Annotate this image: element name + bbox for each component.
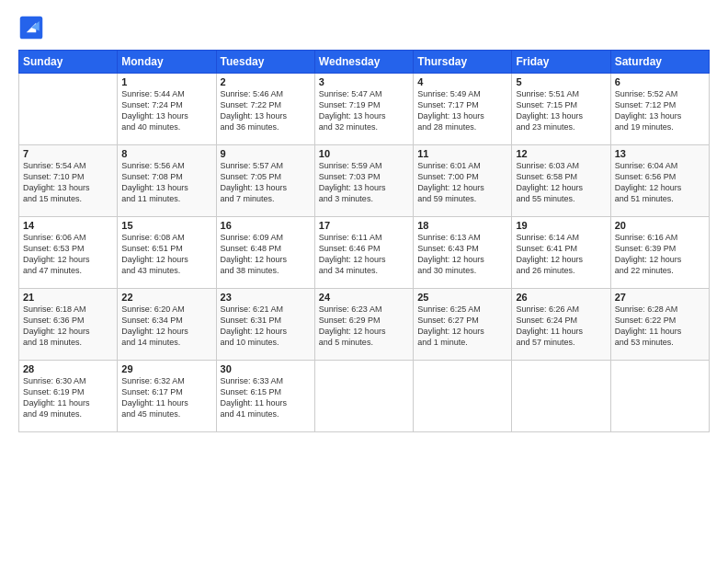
day-number: 2 [221, 76, 311, 87]
calendar-cell: 11Sunrise: 6:01 AM Sunset: 7:00 PM Dayli… [414, 145, 512, 217]
logo [18, 15, 48, 40]
day-number: 9 [221, 148, 311, 159]
calendar-cell: 21Sunrise: 6:18 AM Sunset: 6:36 PM Dayli… [19, 289, 118, 361]
day-info: Sunrise: 5:44 AM Sunset: 7:24 PM Dayligh… [121, 88, 211, 133]
day-number: 13 [615, 148, 705, 159]
day-info: Sunrise: 5:54 AM Sunset: 7:10 PM Dayligh… [23, 160, 113, 205]
weekday-row: SundayMondayTuesdayWednesdayThursdayFrid… [19, 51, 710, 74]
day-number: 20 [615, 220, 705, 231]
day-number: 24 [319, 292, 409, 303]
calendar-cell: 20Sunrise: 6:16 AM Sunset: 6:39 PM Dayli… [610, 217, 709, 289]
day-number: 19 [516, 220, 606, 231]
calendar-week-2: 7Sunrise: 5:54 AM Sunset: 7:10 PM Daylig… [19, 145, 710, 217]
day-info: Sunrise: 6:28 AM Sunset: 6:22 PM Dayligh… [615, 304, 705, 349]
day-info: Sunrise: 5:59 AM Sunset: 7:03 PM Dayligh… [319, 160, 409, 205]
day-number: 18 [417, 220, 507, 231]
day-info: Sunrise: 5:49 AM Sunset: 7:17 PM Dayligh… [417, 88, 507, 133]
day-info: Sunrise: 6:26 AM Sunset: 6:24 PM Dayligh… [516, 304, 606, 349]
calendar-week-1: 1Sunrise: 5:44 AM Sunset: 7:24 PM Daylig… [19, 74, 710, 145]
calendar-cell: 3Sunrise: 5:47 AM Sunset: 7:19 PM Daylig… [314, 74, 413, 145]
calendar-cell: 13Sunrise: 6:04 AM Sunset: 6:56 PM Dayli… [610, 145, 709, 217]
calendar-cell: 23Sunrise: 6:21 AM Sunset: 6:31 PM Dayli… [216, 289, 314, 361]
day-info: Sunrise: 6:01 AM Sunset: 7:00 PM Dayligh… [417, 160, 507, 205]
day-info: Sunrise: 6:18 AM Sunset: 6:36 PM Dayligh… [23, 304, 113, 349]
day-number: 5 [516, 76, 606, 87]
calendar-cell: 6Sunrise: 5:52 AM Sunset: 7:12 PM Daylig… [610, 74, 709, 145]
day-info: Sunrise: 5:52 AM Sunset: 7:12 PM Dayligh… [615, 88, 705, 133]
day-number: 27 [615, 292, 705, 303]
calendar-cell: 8Sunrise: 5:56 AM Sunset: 7:08 PM Daylig… [118, 145, 216, 217]
calendar-cell: 2Sunrise: 5:46 AM Sunset: 7:22 PM Daylig… [216, 74, 314, 145]
calendar-cell: 19Sunrise: 6:14 AM Sunset: 6:41 PM Dayli… [512, 217, 610, 289]
day-number: 25 [417, 292, 507, 303]
calendar-cell: 27Sunrise: 6:28 AM Sunset: 6:22 PM Dayli… [610, 289, 709, 361]
day-info: Sunrise: 6:03 AM Sunset: 6:58 PM Dayligh… [516, 160, 606, 205]
day-info: Sunrise: 5:57 AM Sunset: 7:05 PM Dayligh… [221, 160, 311, 205]
calendar-header: SundayMondayTuesdayWednesdayThursdayFrid… [19, 51, 710, 74]
calendar-cell: 16Sunrise: 6:09 AM Sunset: 6:48 PM Dayli… [216, 217, 314, 289]
calendar-cell: 1Sunrise: 5:44 AM Sunset: 7:24 PM Daylig… [118, 74, 216, 145]
day-number: 23 [221, 292, 311, 303]
weekday-header-monday: Monday [118, 51, 216, 74]
calendar-cell: 4Sunrise: 5:49 AM Sunset: 7:17 PM Daylig… [414, 74, 512, 145]
day-info: Sunrise: 6:21 AM Sunset: 6:31 PM Dayligh… [221, 304, 311, 349]
calendar-cell: 15Sunrise: 6:08 AM Sunset: 6:51 PM Dayli… [118, 217, 216, 289]
day-number: 1 [121, 76, 211, 87]
calendar-cell [414, 361, 512, 432]
day-info: Sunrise: 6:32 AM Sunset: 6:17 PM Dayligh… [121, 375, 211, 420]
day-number: 7 [23, 148, 113, 159]
day-number: 14 [23, 220, 113, 231]
day-number: 21 [23, 292, 113, 303]
day-number: 10 [319, 148, 409, 159]
calendar-cell [610, 361, 709, 432]
day-info: Sunrise: 6:30 AM Sunset: 6:19 PM Dayligh… [23, 375, 113, 420]
weekday-header-wednesday: Wednesday [314, 51, 413, 74]
calendar-table: SundayMondayTuesdayWednesdayThursdayFrid… [18, 50, 710, 432]
day-info: Sunrise: 6:20 AM Sunset: 6:34 PM Dayligh… [121, 304, 211, 349]
calendar-cell: 24Sunrise: 6:23 AM Sunset: 6:29 PM Dayli… [314, 289, 413, 361]
calendar-week-3: 14Sunrise: 6:06 AM Sunset: 6:53 PM Dayli… [19, 217, 710, 289]
weekday-header-thursday: Thursday [414, 51, 512, 74]
calendar-cell [19, 74, 118, 145]
calendar-cell: 30Sunrise: 6:33 AM Sunset: 6:15 PM Dayli… [216, 361, 314, 432]
day-number: 30 [221, 363, 311, 374]
weekday-header-sunday: Sunday [19, 51, 118, 74]
calendar-cell: 14Sunrise: 6:06 AM Sunset: 6:53 PM Dayli… [19, 217, 118, 289]
day-info: Sunrise: 6:14 AM Sunset: 6:41 PM Dayligh… [516, 232, 606, 277]
day-number: 6 [615, 76, 705, 87]
calendar-cell: 5Sunrise: 5:51 AM Sunset: 7:15 PM Daylig… [512, 74, 610, 145]
calendar-cell: 28Sunrise: 6:30 AM Sunset: 6:19 PM Dayli… [19, 361, 118, 432]
day-number: 11 [417, 148, 507, 159]
calendar-cell: 25Sunrise: 6:25 AM Sunset: 6:27 PM Dayli… [414, 289, 512, 361]
day-info: Sunrise: 6:13 AM Sunset: 6:43 PM Dayligh… [417, 232, 507, 277]
day-number: 15 [121, 220, 211, 231]
day-number: 3 [319, 76, 409, 87]
day-info: Sunrise: 6:33 AM Sunset: 6:15 PM Dayligh… [221, 375, 311, 420]
day-number: 16 [221, 220, 311, 231]
page-header [18, 15, 710, 40]
calendar-week-4: 21Sunrise: 6:18 AM Sunset: 6:36 PM Dayli… [19, 289, 710, 361]
day-info: Sunrise: 6:25 AM Sunset: 6:27 PM Dayligh… [417, 304, 507, 349]
day-info: Sunrise: 6:16 AM Sunset: 6:39 PM Dayligh… [615, 232, 705, 277]
day-number: 28 [23, 363, 113, 374]
day-info: Sunrise: 6:09 AM Sunset: 6:48 PM Dayligh… [221, 232, 311, 277]
day-info: Sunrise: 6:11 AM Sunset: 6:46 PM Dayligh… [319, 232, 409, 277]
day-info: Sunrise: 6:08 AM Sunset: 6:51 PM Dayligh… [121, 232, 211, 277]
weekday-header-friday: Friday [512, 51, 610, 74]
day-number: 4 [417, 76, 507, 87]
calendar-cell: 12Sunrise: 6:03 AM Sunset: 6:58 PM Dayli… [512, 145, 610, 217]
day-number: 8 [121, 148, 211, 159]
day-number: 26 [516, 292, 606, 303]
calendar-cell: 17Sunrise: 6:11 AM Sunset: 6:46 PM Dayli… [314, 217, 413, 289]
calendar-cell: 18Sunrise: 6:13 AM Sunset: 6:43 PM Dayli… [414, 217, 512, 289]
weekday-header-saturday: Saturday [610, 51, 709, 74]
calendar-cell: 22Sunrise: 6:20 AM Sunset: 6:34 PM Dayli… [118, 289, 216, 361]
calendar-body: 1Sunrise: 5:44 AM Sunset: 7:24 PM Daylig… [19, 74, 710, 432]
weekday-header-tuesday: Tuesday [216, 51, 314, 74]
logo-icon [18, 15, 44, 40]
day-info: Sunrise: 6:04 AM Sunset: 6:56 PM Dayligh… [615, 160, 705, 205]
calendar-cell: 10Sunrise: 5:59 AM Sunset: 7:03 PM Dayli… [314, 145, 413, 217]
day-info: Sunrise: 5:47 AM Sunset: 7:19 PM Dayligh… [319, 88, 409, 133]
day-info: Sunrise: 6:06 AM Sunset: 6:53 PM Dayligh… [23, 232, 113, 277]
day-number: 17 [319, 220, 409, 231]
